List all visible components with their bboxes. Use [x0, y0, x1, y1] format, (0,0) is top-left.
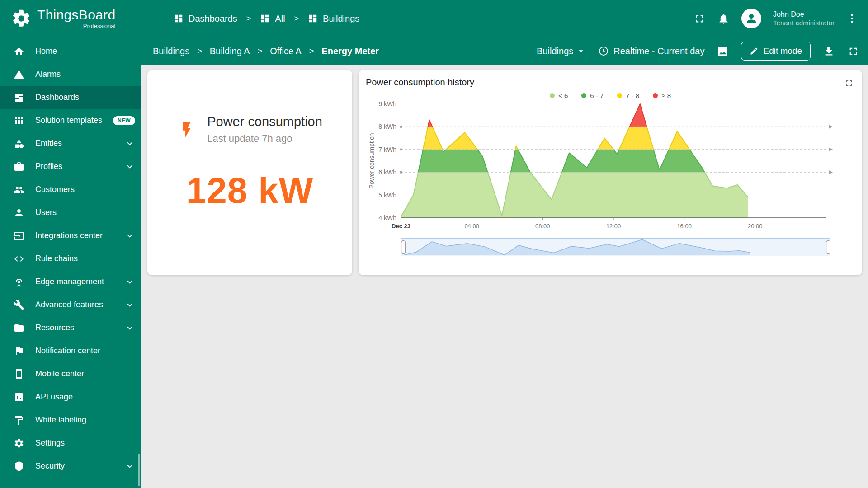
caret-down-icon [576, 46, 586, 56]
dashboard-fullscreen-button[interactable] [847, 45, 859, 57]
brand-subtitle: Professional [37, 23, 115, 29]
legend-label: 7 - 8 [626, 92, 639, 99]
sidebar-item-settings[interactable]: Settings [0, 432, 141, 455]
breadcrumb-office-a[interactable]: Office A [270, 46, 302, 56]
sidebar-item-dashboards[interactable]: Dashboards [0, 86, 141, 109]
legend-item[interactable]: 7 - 8 [617, 92, 639, 99]
fullscreen-button[interactable] [693, 13, 706, 25]
dashboard-icon [308, 14, 318, 23]
dashboard-icon [260, 14, 270, 23]
breadcrumb-buildings[interactable]: Buildings [308, 14, 359, 24]
state-select[interactable]: Buildings [537, 46, 586, 56]
lightning-bolt-icon [177, 115, 196, 145]
dashboard-image-button[interactable] [717, 45, 729, 57]
breadcrumb-separator: > [246, 14, 251, 23]
sidebar-item-label: Advanced features [35, 300, 114, 310]
dashboard-content: Power consumption Last update 7h ago 128… [141, 65, 868, 488]
integrations-icon [14, 230, 24, 241]
svg-text:04:00: 04:00 [464, 223, 479, 230]
sidebar-item-integrations-center[interactable]: Integrations center [0, 224, 141, 247]
sidebar-item-customers[interactable]: Customers [0, 178, 141, 201]
sidebar-item-white-labeling[interactable]: White labeling [0, 408, 141, 432]
chevron-down-icon [125, 139, 135, 149]
edit-mode-button[interactable]: Edit mode [741, 42, 811, 61]
image-icon [717, 45, 729, 57]
svg-text:Dec 23: Dec 23 [392, 223, 410, 230]
breadcrumb-separator: > [258, 47, 263, 56]
svg-text:7 kWh: 7 kWh [378, 146, 396, 153]
sidebar-item-label: Rule chains [35, 254, 135, 263]
sidebar-item-edge-management[interactable]: Edge management [0, 270, 141, 293]
sidebar-item-notification-center[interactable]: Notification center [0, 339, 141, 362]
widget-fullscreen-button[interactable] [843, 77, 855, 89]
users-icon [14, 207, 24, 218]
warning-icon [14, 69, 24, 80]
sidebar-item-advanced-features[interactable]: Advanced features [0, 293, 141, 316]
sidebar-item-label: Users [35, 208, 135, 217]
sidebar-item-profiles[interactable]: Profiles [0, 155, 141, 178]
timewindow-button[interactable]: Realtime - Current day [598, 46, 704, 56]
sidebar-item-label: API usage [35, 392, 135, 402]
breadcrumb-label: Buildings [323, 14, 359, 24]
advanced-icon [14, 300, 24, 310]
sidebar-item-rule-chains[interactable]: Rule chains [0, 247, 141, 270]
fullscreen-icon [693, 13, 706, 25]
dashboards-icon [14, 92, 24, 103]
sidebar-item-label: Mobile center [35, 369, 135, 379]
legend-item[interactable]: ≥ 8 [653, 92, 671, 99]
sidebar-item-alarms[interactable]: Alarms [0, 63, 141, 86]
power-card-subtitle: Last update 7h ago [207, 133, 322, 145]
svg-text:Power consumption: Power consumption [368, 133, 375, 189]
breadcrumb-buildings[interactable]: Buildings [153, 46, 189, 56]
legend-dot-icon [617, 93, 622, 98]
nav-left-handle[interactable] [401, 241, 406, 254]
breadcrumb-dashboards[interactable]: Dashboards [174, 14, 237, 24]
sidebar-item-mobile-center[interactable]: Mobile center [0, 362, 141, 385]
entities-icon [14, 138, 24, 149]
history-nav-svg[interactable] [401, 237, 830, 258]
svg-text:9 kWh: 9 kWh [378, 100, 396, 108]
sidebar-item-users[interactable]: Users [0, 201, 141, 224]
history-chart-svg: Dec 2304:0008:0012:0016:0020:009 kWh8 kW… [366, 100, 854, 236]
sidebar-item-entities[interactable]: Entities [0, 132, 141, 155]
sidebar-item-label: Integrations center [35, 231, 114, 240]
breadcrumb-separator: > [197, 47, 202, 56]
svg-text:5 kWh: 5 kWh [378, 192, 396, 199]
security-icon [14, 461, 24, 472]
edit-mode-label: Edit mode [763, 46, 802, 56]
more-menu-button[interactable] [846, 13, 858, 24]
sidebar-item-security[interactable]: Security [0, 455, 141, 478]
power-consumption-card: Power consumption Last update 7h ago 128… [147, 70, 352, 275]
sidebar-item-solution-templates[interactable]: Solution templatesNEW [0, 109, 141, 132]
power-card-header: Power consumption Last update 7h ago [147, 114, 352, 145]
sidebar-item-label: Home [35, 47, 135, 56]
sidebar-item-label: Dashboards [35, 93, 135, 102]
breadcrumb-all[interactable]: All [260, 14, 285, 24]
legend-item[interactable]: 6 - 7 [581, 92, 604, 99]
power-card-title: Power consumption [207, 114, 322, 129]
legend-dot-icon [653, 93, 658, 98]
breadcrumb: Dashboards > All > Buildings [174, 14, 359, 24]
breadcrumb-separator: > [309, 47, 314, 56]
sidebar-item-resources[interactable]: Resources [0, 316, 141, 339]
apps-icon [14, 115, 24, 126]
brand-logo[interactable]: ThingsBoard Professional [11, 8, 143, 30]
sidebar-item-label: Resources [35, 323, 114, 333]
sidebar-item-home[interactable]: Home [0, 40, 141, 63]
dashboard-breadcrumb: Buildings > Building A > Office A > Ener… [153, 46, 379, 56]
sidebar-item-api-usage[interactable]: API usage [0, 385, 141, 408]
legend-item[interactable]: < 6 [550, 92, 568, 99]
nav-right-handle[interactable] [826, 241, 830, 254]
top-header: ThingsBoard Professional Dashboards > Al… [0, 0, 868, 37]
breadcrumb-label: All [275, 14, 285, 24]
legend-label: 6 - 7 [590, 92, 604, 99]
chevron-down-icon [125, 162, 135, 172]
breadcrumb-label: Dashboards [189, 14, 237, 24]
brand-name: ThingsBoard [37, 8, 115, 22]
notifications-button[interactable] [717, 13, 730, 25]
breadcrumb-building-a[interactable]: Building A [210, 46, 250, 56]
download-icon [823, 45, 835, 57]
download-button[interactable] [823, 45, 835, 57]
svg-text:08:00: 08:00 [535, 223, 550, 230]
user-avatar[interactable] [741, 9, 761, 28]
